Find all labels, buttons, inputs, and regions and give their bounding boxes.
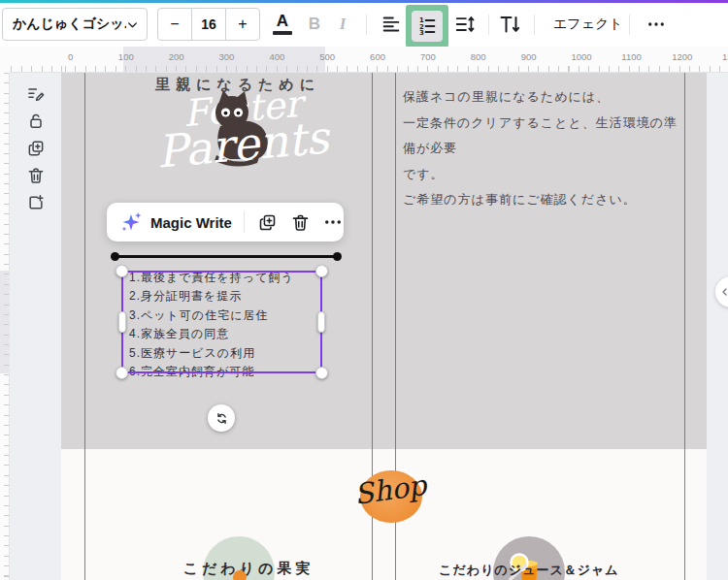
fruit-product-title[interactable]: こだわりの果実: [151, 560, 346, 578]
copy-plus-icon: [257, 212, 278, 233]
toolbar-divider: [244, 211, 245, 233]
duplicate-element-button[interactable]: [257, 212, 278, 233]
ruler-label: 800: [471, 51, 486, 62]
delete-page-button[interactable]: [26, 166, 46, 185]
rotate-handle[interactable]: [208, 404, 235, 432]
ruler-label: 600: [370, 51, 385, 62]
body-line: 保護ネコの里親になるためには、: [403, 84, 684, 111]
ruler-label: 1100: [621, 51, 641, 62]
toolbar-divider: [488, 15, 489, 35]
ruler-label: 1200: [672, 51, 692, 62]
toolbar-divider: [366, 15, 367, 35]
ruler-label: 100: [118, 51, 134, 62]
foster-description-textbox[interactable]: 保護ネコの里親になるためには、 一定条件のクリアすることと、生活環境の準備が必要…: [403, 84, 684, 213]
guide-line[interactable]: [684, 73, 685, 580]
text-color-swatch: [273, 31, 292, 35]
trash-icon: [26, 166, 46, 185]
magic-write-sparkle-icon: [119, 210, 143, 234]
vertical-ruler[interactable]: [0, 73, 10, 580]
resize-handle-bottom-left[interactable]: [116, 367, 128, 379]
magic-write-button[interactable]: Magic Write: [150, 214, 232, 231]
resize-handle-top-right[interactable]: [315, 265, 328, 277]
toolbar-divider: [534, 15, 535, 35]
ruler-label: 300: [219, 51, 235, 62]
canva-editor: かんじゅくゴシッ... − 16 + A B I 123: [0, 0, 728, 580]
text-color-button[interactable]: A: [268, 8, 297, 41]
line-spacing-icon: [454, 14, 476, 35]
italic-button[interactable]: I: [330, 8, 355, 41]
edit-list-icon: [26, 84, 46, 104]
body-line: ご希望の方は事前にご確認ください。: [403, 187, 684, 213]
numbered-list-button[interactable]: 123: [412, 11, 443, 42]
add-page-button[interactable]: [26, 193, 46, 212]
font-size-increase-button[interactable]: +: [226, 9, 259, 40]
font-size-decrease-button[interactable]: −: [158, 9, 191, 40]
chevron-left-icon: [719, 286, 728, 298]
svg-text:3: 3: [419, 29, 424, 37]
rotate-icon: [215, 411, 229, 426]
bold-button[interactable]: B: [301, 8, 328, 41]
ellipsis-icon: [646, 15, 666, 34]
resize-handle-left[interactable]: [118, 311, 126, 333]
click-highlight-frame: 123: [406, 5, 448, 48]
ruler-label: 500: [319, 51, 335, 62]
ruler-label: 0: [68, 51, 73, 62]
ruler-label: 1000: [572, 51, 592, 62]
guide-line[interactable]: [84, 73, 85, 580]
font-selector[interactable]: かんじゅくゴシッ...: [2, 8, 148, 41]
add-box-icon: [26, 193, 46, 212]
unlock-icon: [26, 112, 46, 131]
trash-icon: [290, 212, 311, 233]
magic-write-toolbar: Magic Write: [107, 203, 344, 242]
line-endpoint: [333, 252, 342, 261]
horizontal-ruler[interactable]: 0100200300400500600700800900100011001200…: [10, 47, 728, 73]
unlock-button[interactable]: [26, 112, 46, 131]
line-endpoint: [111, 252, 119, 261]
element-more-options-button[interactable]: [323, 212, 343, 232]
font-size-value[interactable]: 16: [191, 9, 226, 40]
text-toolbar: かんじゅくゴシッ... − 16 + A B I 123: [0, 3, 728, 47]
ruler-label: 700: [420, 51, 436, 62]
body-line: です。: [403, 162, 684, 188]
numbered-list-icon: 123: [416, 16, 438, 37]
ruler-label: 900: [521, 51, 537, 62]
ellipsis-icon: [323, 212, 343, 232]
edit-notes-button[interactable]: [26, 84, 46, 104]
ruler-label: 200: [169, 51, 184, 62]
side-panel-toggle[interactable]: [715, 276, 728, 307]
ruler-label: 400: [269, 51, 284, 62]
divider-line-element[interactable]: [115, 255, 338, 258]
selection-box[interactable]: [121, 271, 322, 373]
resize-handle-right[interactable]: [317, 311, 325, 333]
spacing-button[interactable]: [448, 8, 481, 41]
vertical-text-icon: [498, 13, 521, 36]
effects-button[interactable]: エフェクト: [542, 8, 635, 41]
text-align-button[interactable]: [375, 8, 408, 41]
juice-product-title[interactable]: こだわりのジュース＆ジャム: [427, 562, 631, 579]
chevron-down-icon: [126, 18, 139, 31]
toolbar-divider: [629, 15, 630, 35]
resize-handle-bottom-right[interactable]: [315, 367, 328, 379]
ruler-label: 1300: [722, 51, 728, 62]
align-left-icon: [381, 14, 402, 35]
body-line: 一定条件のクリアすることと、生活環境の準備が必要: [403, 111, 684, 162]
ruler-selection-band: [0, 271, 10, 373]
vertical-text-button[interactable]: [493, 8, 526, 41]
duplicate-page-button[interactable]: [26, 139, 46, 158]
font-name: かんじゅくゴシッ...: [13, 16, 126, 33]
resize-handle-top-left[interactable]: [116, 265, 128, 277]
ruler-corner: [0, 47, 10, 73]
more-options-button[interactable]: [639, 8, 674, 41]
copy-plus-icon: [26, 139, 46, 158]
delete-element-button[interactable]: [290, 212, 311, 233]
font-size-stepper: − 16 +: [157, 8, 260, 41]
